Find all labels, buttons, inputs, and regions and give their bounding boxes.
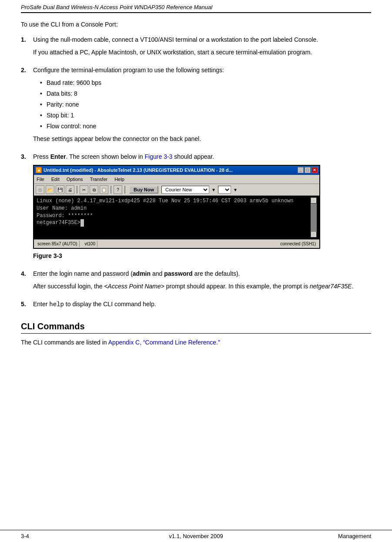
toolbar-paste[interactable]: 📋 [100, 185, 108, 194]
step-4-bold1: admin [133, 270, 151, 277]
toolbar-copy[interactable]: ⧉ [90, 185, 98, 194]
bullet-databits: Data bits: 8 [40, 89, 371, 98]
menu-options[interactable]: Options [67, 176, 83, 183]
step-2: 2. Configure the terminal-emulation prog… [21, 66, 371, 147]
dropdown-arrow-size: ▼ [232, 187, 238, 193]
figure-3-3-link[interactable]: Figure 3-3 [145, 153, 173, 160]
font-size-dropdown[interactable]: 8 [218, 186, 231, 194]
cli-text1: The CLI commands are listed in [21, 339, 108, 346]
step-2-number: 2. [21, 66, 33, 147]
bullet-stopbit: Stop bit: 1 [40, 111, 371, 120]
menu-bar: File Edit Options Transfer Help [34, 175, 319, 184]
settings-list: Baud rate: 9600 bps Data bits: 8 Parity:… [40, 78, 371, 131]
cli-section-text: The CLI commands are listed in Appendix … [21, 338, 371, 347]
header-bar: ProSafe Dual Band Wireless-N Access Poin… [21, 3, 371, 13]
titlebar-buttons[interactable]: _ □ ✕ [298, 167, 318, 173]
dropdown-arrow-font: ▼ [211, 187, 217, 193]
toolbar-extra[interactable]: ? [114, 185, 122, 194]
step-1-line-2: If you attached a PC, Apple Macintosh, o… [33, 48, 371, 57]
close-button[interactable]: ✕ [312, 167, 318, 173]
menu-file[interactable]: File [37, 176, 44, 183]
font-dropdown[interactable]: Courier New [161, 186, 209, 194]
step-1: 1. Using the null-modem cable, connect a… [21, 35, 371, 60]
step-3-text: Press Enter. The screen shown below in F… [33, 152, 371, 161]
bullet-parity: Parity: none [40, 100, 371, 109]
footer-center: v1.1, November 2009 [169, 533, 223, 539]
step-5: 5. Enter help to display the CLI command… [21, 300, 371, 313]
toolbar-open[interactable]: 📂 [46, 185, 54, 194]
step-4-bold2: password [164, 270, 192, 277]
step-3: 3. Press Enter. The screen shown below i… [21, 152, 371, 264]
menu-help[interactable]: Help [114, 176, 124, 183]
step-4-content: Enter the login name and password (admin… [33, 269, 371, 294]
step-3-text-after: . The screen shown below in [66, 153, 144, 160]
step-5-text2: to display the CLI command help. [64, 301, 156, 308]
step-3-text-before: Press [33, 153, 50, 160]
header-title: ProSafe Dual Band Wireless-N Access Poin… [21, 4, 212, 10]
status-bar: screen 85x7 (AUTO) vt100 connected (SSH1… [34, 239, 319, 248]
step-2-trailing: These settings appear below the connecto… [33, 134, 371, 144]
step-1-number: 1. [21, 35, 33, 60]
toolbar-print[interactable]: 🖨 [66, 185, 74, 194]
footer: 3-4 v1.1, November 2009 Management [0, 530, 392, 542]
step-5-text1: Enter [33, 301, 49, 308]
step-4: 4. Enter the login name and password (ad… [21, 269, 371, 294]
toolbar-save[interactable]: 💾 [56, 185, 64, 194]
menu-edit[interactable]: Edit [51, 176, 60, 183]
step-3-content: Press Enter. The screen shown below in F… [33, 152, 371, 264]
step-4-text5: > prompt should appear. In this example,… [161, 283, 310, 290]
terminal-icon: ■ [36, 167, 42, 173]
step-4-text3: are the defaults). [193, 270, 240, 277]
terminal-titlebar: ■ Untitled.tnt (modified) - AbsoluteTeln… [34, 166, 319, 175]
step-4-text1: Enter the login name and password ( [33, 270, 133, 277]
cli-appendix-link[interactable]: Appendix C, “Command Line Reference.” [108, 339, 220, 346]
step-3-enter-bold: Enter [50, 153, 66, 160]
bullet-flowcontrol: Flow control: none [40, 122, 371, 131]
cli-section-heading: CLI Commands [21, 321, 371, 334]
menu-transfer[interactable]: Transfer [90, 176, 108, 183]
terminal-scrollbar[interactable]: ▲ ▼ [311, 197, 317, 238]
step-4-number: 4. [21, 269, 33, 294]
maximize-button[interactable]: □ [305, 167, 311, 173]
step-4-italic1: Access Point Name [108, 283, 161, 290]
terminal-line-4: netgear74F35E> [37, 219, 309, 227]
scroll-up-arrow[interactable]: ▲ [311, 197, 317, 204]
bullet-baud: Baud rate: 9600 bps [40, 78, 371, 87]
step-4-text2: and [151, 270, 164, 277]
intro-text: To use the CLI from a Console Port: [21, 20, 371, 29]
titlebar-text: Untitled.tnt (modified) - AbsoluteTelnet… [44, 167, 233, 174]
step-4-text6: . [352, 283, 353, 290]
step-5-number: 5. [21, 300, 33, 313]
minimize-button[interactable]: _ [298, 167, 304, 173]
step-3-number: 3. [21, 152, 33, 264]
step-1-content: Using the null-modem cable, connect a VT… [33, 35, 371, 60]
main-content: To use the CLI from a Console Port: 1. U… [21, 20, 371, 347]
step-4-text4: After successful login, the < [33, 283, 108, 290]
terminal-line-1: Linux (none) 2.4.17_mvl21-ixdp425 #228 T… [37, 197, 309, 205]
toolbar-cut[interactable]: ✂ [80, 185, 88, 194]
terminal-line-3: Password: ******** [37, 212, 309, 220]
footer-left: 3-4 [21, 533, 29, 539]
terminal-text-area: Linux (none) 2.4.17_mvl21-ixdp425 #228 T… [37, 197, 309, 238]
toolbar-sep-3 [124, 186, 125, 194]
footer-right: Management [338, 533, 371, 539]
toolbar-sep-2 [111, 186, 111, 194]
step-2-intro: Configure the terminal-emulation program… [33, 66, 371, 75]
buy-now-button[interactable]: Buy Now [129, 186, 158, 194]
toolbar: □ 📂 💾 🖨 ✂ ⧉ 📋 ? Buy Now [34, 184, 319, 196]
status-screen: screen 85x7 (AUTO) [36, 241, 80, 247]
scroll-track[interactable] [311, 204, 317, 231]
step-5-text: Enter help to display the CLI command he… [33, 300, 371, 309]
step-5-mono: help [49, 301, 64, 308]
scroll-down-arrow[interactable]: ▼ [311, 231, 317, 238]
step-5-content: Enter help to display the CLI command he… [33, 300, 371, 313]
titlebar-left: ■ Untitled.tnt (modified) - AbsoluteTeln… [36, 167, 233, 174]
figure-caption: Figure 3-3 [33, 251, 371, 261]
terminal-body: Linux (none) 2.4.17_mvl21-ixdp425 #228 T… [34, 196, 319, 239]
step-3-text-end: should appear. [172, 153, 214, 160]
step-4-line2: After successful login, the <Access Poin… [33, 282, 371, 291]
step-1-line-1: Using the null-modem cable, connect a VT… [33, 35, 371, 44]
terminal-line-2: User Name: admin [37, 205, 309, 212]
step-4-line1: Enter the login name and password (admin… [33, 269, 371, 278]
toolbar-new[interactable]: □ [36, 185, 44, 194]
